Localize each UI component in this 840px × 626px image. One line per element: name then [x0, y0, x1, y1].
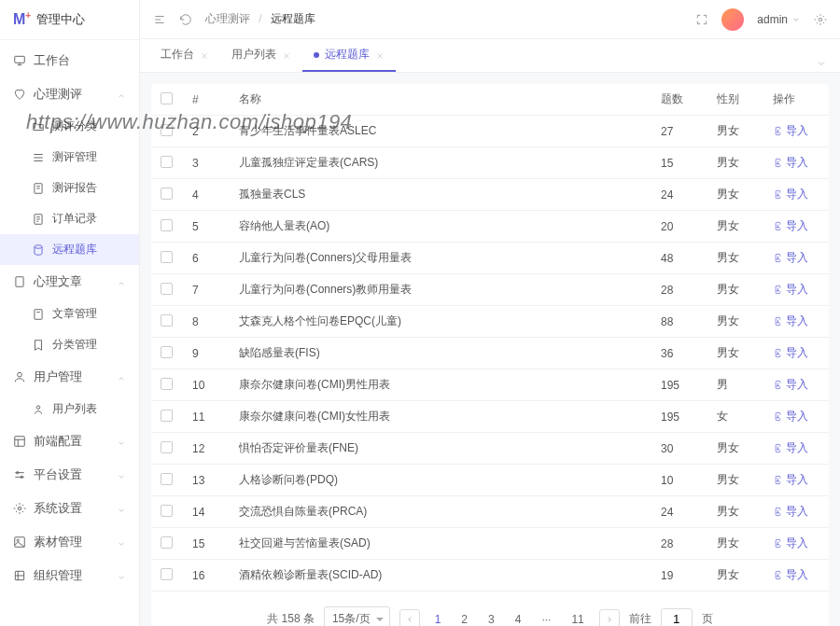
- import-button[interactable]: 导入: [773, 377, 808, 393]
- stack-icon: [32, 151, 45, 164]
- menu-org-manage[interactable]: 组织管理: [0, 559, 139, 592]
- cell-name: 酒精依赖诊断量表(SCID-AD): [230, 560, 651, 591]
- menu-frontend-config[interactable]: 前端配置: [0, 424, 139, 458]
- menu-worktable[interactable]: 工作台: [0, 44, 139, 77]
- row-checkbox[interactable]: [161, 156, 173, 168]
- row-checkbox[interactable]: [161, 410, 173, 422]
- user-menu[interactable]: admin: [757, 13, 801, 26]
- close-icon[interactable]: [282, 50, 291, 60]
- import-button[interactable]: 导入: [773, 313, 808, 329]
- import-button[interactable]: 导入: [773, 218, 808, 234]
- th-index: #: [183, 84, 230, 116]
- image-icon: [13, 536, 26, 549]
- cell-count: 19: [651, 560, 707, 591]
- import-button[interactable]: 导入: [773, 536, 808, 551]
- cell-index: 7: [183, 274, 230, 306]
- sub-eval-manage[interactable]: 测评管理: [0, 142, 139, 173]
- close-icon[interactable]: [200, 50, 209, 60]
- menu-material-manage[interactable]: 素材管理: [0, 525, 139, 559]
- goto-suffix: 页: [702, 611, 713, 626]
- prev-page-button[interactable]: [399, 609, 420, 627]
- sub-category-manage[interactable]: 分类管理: [0, 329, 139, 360]
- import-button[interactable]: 导入: [773, 282, 808, 298]
- row-checkbox[interactable]: [161, 188, 173, 200]
- sub-eval-report[interactable]: 测评报告: [0, 173, 139, 203]
- import-label: 导入: [786, 123, 808, 139]
- tab-remote-bank[interactable]: 远程题库: [302, 39, 396, 72]
- import-button[interactable]: 导入: [773, 345, 808, 361]
- row-checkbox[interactable]: [161, 473, 173, 485]
- table-row: 9缺陷感量表(FIS)36男女导入: [151, 338, 829, 369]
- sub-order-record[interactable]: 订单记录: [0, 203, 139, 234]
- page-size-select[interactable]: 15条/页: [324, 606, 390, 626]
- menu-platform-setting[interactable]: 平台设置: [0, 458, 139, 492]
- import-button[interactable]: 导入: [773, 155, 808, 171]
- cell-count: 27: [651, 116, 707, 147]
- row-checkbox[interactable]: [161, 536, 173, 549]
- refresh-icon[interactable]: [179, 13, 192, 26]
- avatar[interactable]: [721, 8, 744, 31]
- chevron-down-icon: [117, 504, 126, 513]
- import-label: 导入: [786, 218, 808, 234]
- menu-psych-eval[interactable]: 心理测评: [0, 77, 139, 111]
- table-row: 8艾森克人格个性问卷EPQC(儿童)88男女导入: [151, 306, 829, 338]
- table-row: 6儿童行为问卷(Conners)父母用量表48男女导入: [151, 243, 829, 274]
- import-button[interactable]: 导入: [773, 472, 808, 488]
- row-checkbox[interactable]: [161, 505, 173, 517]
- sub-label: 测评管理: [52, 149, 97, 165]
- import-button[interactable]: 导入: [773, 123, 808, 139]
- tab-worktable[interactable]: 工作台: [149, 39, 220, 72]
- sub-remote-bank[interactable]: 远程题库: [0, 234, 139, 265]
- breadcrumb-parent[interactable]: 心理测评: [205, 12, 250, 25]
- import-button[interactable]: 导入: [773, 440, 808, 456]
- svg-rect-5: [35, 309, 42, 319]
- sub-user-list[interactable]: 用户列表: [0, 394, 139, 424]
- cell-name: 社交回避与苦恼量表(SAD): [230, 528, 651, 560]
- cell-gender: 男女: [707, 496, 763, 528]
- cell-count: 30: [651, 433, 707, 465]
- import-button[interactable]: 导入: [773, 409, 808, 424]
- cell-count: 195: [651, 401, 707, 433]
- sub-eval-category[interactable]: 测评分类: [0, 111, 139, 142]
- row-checkbox[interactable]: [161, 219, 173, 231]
- import-button[interactable]: 导入: [773, 250, 808, 266]
- tab-user-list[interactable]: 用户列表: [220, 39, 302, 72]
- page-4[interactable]: 4: [510, 610, 527, 627]
- collapse-icon[interactable]: [153, 13, 166, 26]
- row-checkbox[interactable]: [161, 283, 173, 295]
- settings-icon[interactable]: [814, 13, 827, 26]
- logo: M+ 管理中心: [0, 0, 139, 40]
- row-checkbox[interactable]: [161, 251, 173, 263]
- fullscreen-icon[interactable]: [695, 13, 708, 26]
- import-button[interactable]: 导入: [773, 567, 808, 583]
- import-label: 导入: [786, 155, 808, 171]
- row-checkbox[interactable]: [161, 124, 173, 136]
- cell-count: 10: [651, 465, 707, 496]
- menu-system-setting[interactable]: 系统设置: [0, 492, 139, 525]
- row-checkbox[interactable]: [161, 568, 173, 580]
- select-all-checkbox[interactable]: [161, 92, 173, 104]
- menu-psych-article[interactable]: 心理文章: [0, 265, 139, 299]
- next-page-button[interactable]: [599, 609, 620, 627]
- menu-user-manage[interactable]: 用户管理: [0, 360, 139, 394]
- row-checkbox[interactable]: [161, 441, 173, 453]
- page-ellipsis[interactable]: ···: [536, 610, 556, 627]
- page-2[interactable]: 2: [455, 610, 473, 627]
- cell-gender: 男女: [707, 338, 763, 369]
- chevron-down-icon: [791, 15, 801, 24]
- menu-label: 心理文章: [34, 273, 82, 290]
- page-1[interactable]: 1: [429, 610, 447, 627]
- import-button[interactable]: 导入: [773, 187, 808, 202]
- page-3[interactable]: 3: [483, 610, 500, 627]
- cell-count: 15: [651, 147, 707, 179]
- sub-article-manage[interactable]: 文章管理: [0, 299, 139, 329]
- row-checkbox[interactable]: [161, 314, 173, 327]
- close-icon[interactable]: [375, 50, 385, 60]
- tabs-dropdown-icon[interactable]: [816, 58, 827, 72]
- import-button[interactable]: 导入: [773, 504, 808, 520]
- page-last[interactable]: 11: [566, 610, 589, 627]
- goto-page-input[interactable]: [661, 608, 693, 626]
- row-checkbox[interactable]: [161, 378, 173, 390]
- table-row: 16酒精依赖诊断量表(SCID-AD)19男女导入: [151, 560, 829, 591]
- row-checkbox[interactable]: [161, 346, 173, 358]
